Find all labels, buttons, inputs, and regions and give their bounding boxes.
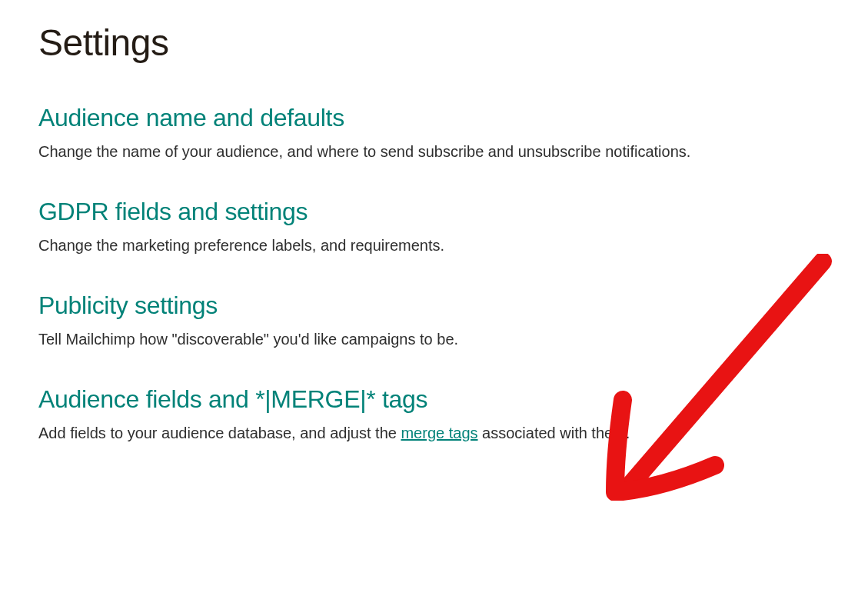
description-publicity: Tell Mailchimp how "discoverable" you'd …	[38, 328, 820, 351]
link-audience-name-defaults[interactable]: Audience name and defaults	[38, 104, 820, 132]
description-prefix: Add fields to your audience database, an…	[38, 425, 401, 441]
description-gdpr: Change the marketing preference labels, …	[38, 234, 820, 258]
link-merge-tags[interactable]: merge tags	[401, 425, 477, 441]
description-suffix: associated with them.	[478, 425, 630, 441]
link-publicity-settings[interactable]: Publicity settings	[38, 291, 820, 320]
settings-section-audience-fields-merge: Audience fields and *|MERGE|* tags Add f…	[38, 385, 820, 445]
page-title: Settings	[38, 22, 820, 64]
link-audience-fields-merge-tags[interactable]: Audience fields and *|MERGE|* tags	[38, 385, 820, 414]
settings-section-gdpr: GDPR fields and settings Change the mark…	[38, 198, 820, 258]
settings-section-publicity: Publicity settings Tell Mailchimp how "d…	[38, 291, 820, 351]
description-audience-fields-merge: Add fields to your audience database, an…	[38, 421, 820, 445]
link-gdpr-fields-settings[interactable]: GDPR fields and settings	[38, 198, 820, 226]
description-audience-name-defaults: Change the name of your audience, and wh…	[38, 140, 820, 164]
settings-section-audience-name-defaults: Audience name and defaults Change the na…	[38, 104, 820, 164]
